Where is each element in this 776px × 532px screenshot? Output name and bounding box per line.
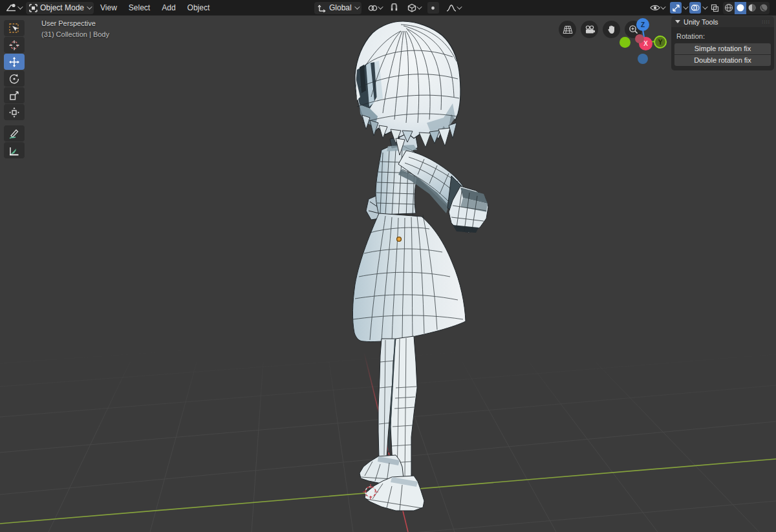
- simple-rotation-fix-button[interactable]: Simple rotation fix: [674, 43, 771, 54]
- snap-cube-icon: [407, 3, 416, 12]
- pivot-point-button[interactable]: [365, 2, 385, 14]
- measure-tool-icon: [8, 145, 20, 156]
- object-origin-dot[interactable]: [397, 237, 402, 242]
- drag-handle-icon[interactable]: ::::: [762, 21, 770, 23]
- magnet-icon: [390, 3, 398, 12]
- move-tool-icon: [8, 56, 20, 68]
- object-visibility-button[interactable]: [647, 2, 667, 14]
- viewport-3d[interactable]: [0, 0, 776, 532]
- transform-tool-icon: [8, 107, 20, 118]
- grid-view-icon: [563, 25, 573, 34]
- gizmo-x-neg-axis[interactable]: [635, 34, 644, 43]
- view-perspective-label: User Perspective: [41, 19, 96, 27]
- show-overlays-toggle[interactable]: [689, 2, 701, 14]
- panel-title: Unity Tools: [684, 18, 718, 26]
- orientation-axes-icon: [318, 4, 327, 12]
- viewport-editor-icon: [6, 3, 17, 12]
- mode-selector[interactable]: Object Mode: [26, 2, 94, 14]
- gizmo-z-axis[interactable]: Z: [636, 18, 649, 31]
- camera-view-icon: [585, 25, 595, 34]
- rotation-section-label: Rotation:: [676, 32, 771, 40]
- orientation-label: Global: [329, 3, 352, 12]
- pan-hand-icon: [607, 25, 616, 34]
- cursor-tool[interactable]: [4, 37, 25, 53]
- header-bar: Object Mode View Select Add Object Globa…: [0, 0, 776, 16]
- menu-view[interactable]: View: [95, 1, 122, 14]
- collapse-triangle-icon: [675, 20, 680, 23]
- falloff-curve-button[interactable]: [443, 2, 464, 14]
- editor-type-button[interactable]: [3, 2, 25, 14]
- skirt: [352, 213, 466, 342]
- select-box-tool[interactable]: [4, 20, 25, 36]
- cursor-tool-icon: [8, 39, 20, 51]
- double-rotation-fix-button[interactable]: Double rotation fix: [674, 55, 771, 66]
- select-box-icon: [8, 23, 20, 34]
- measure-tool[interactable]: [4, 142, 25, 158]
- gizmo-y-axis[interactable]: Y: [654, 36, 667, 48]
- sidebar-panel: Unity Tools :::: Rotation: Simple rotati…: [671, 16, 774, 70]
- eye-icon: [650, 4, 660, 12]
- menu-add[interactable]: Add: [156, 1, 180, 14]
- transform-tool[interactable]: [4, 104, 25, 120]
- falloff-curve-icon: [446, 4, 457, 12]
- gizmo-arrows-icon: [672, 4, 680, 12]
- scale-tool-icon: [8, 90, 20, 101]
- snap-target-button[interactable]: [404, 2, 424, 14]
- move-tool[interactable]: [4, 54, 25, 70]
- gizmo-y-neg-axis[interactable]: [620, 37, 630, 48]
- orientation-selector[interactable]: Global: [314, 2, 361, 14]
- camera-view-button[interactable]: [581, 21, 598, 38]
- shading-mode-group: [723, 2, 770, 14]
- pivot-point-icon: [368, 4, 378, 12]
- overlays-circles-icon: [691, 4, 700, 12]
- xray-toggle[interactable]: [709, 2, 720, 14]
- snap-toggle-button[interactable]: [389, 2, 400, 14]
- annotate-tool[interactable]: [4, 125, 25, 142]
- scale-tool[interactable]: [4, 87, 25, 103]
- gizmo-z-neg-axis[interactable]: [638, 54, 648, 64]
- rotate-tool-icon: [8, 73, 20, 85]
- proportional-edit-button[interactable]: [427, 2, 439, 14]
- tool-bar: [4, 20, 25, 158]
- panel-header-unity-tools[interactable]: Unity Tools ::::: [671, 16, 774, 27]
- xray-squares-icon: [711, 4, 719, 12]
- menu-object[interactable]: Object: [182, 1, 215, 14]
- rendered-icon[interactable]: [758, 2, 770, 14]
- grid-view-button[interactable]: [559, 21, 576, 38]
- active-collection-label: (31) Collection | Body: [41, 30, 109, 38]
- solid-icon[interactable]: [735, 2, 746, 14]
- wireframe-icon[interactable]: [723, 2, 735, 14]
- menu-select[interactable]: Select: [124, 1, 155, 14]
- show-gizmos-toggle[interactable]: [670, 2, 682, 14]
- rotate-tool[interactable]: [4, 70, 25, 87]
- navigation-gizmo[interactable]: Z Y X: [616, 17, 670, 69]
- proportional-edit-icon: [429, 4, 437, 12]
- mode-label: Object Mode: [40, 3, 84, 12]
- character-model[interactable]: [352, 21, 488, 511]
- material-icon[interactable]: [746, 2, 758, 14]
- object-mode-icon: [29, 4, 38, 12]
- annotate-tool-icon: [8, 128, 20, 140]
